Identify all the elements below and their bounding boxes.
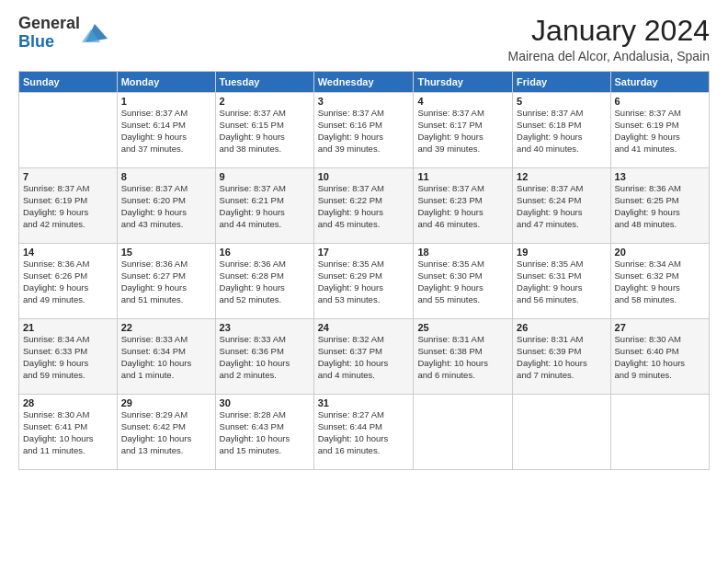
calendar-cell: 5Sunrise: 8:37 AMSunset: 6:18 PMDaylight… (513, 93, 610, 168)
calendar-cell: 18Sunrise: 8:35 AMSunset: 6:30 PMDayligh… (414, 244, 513, 319)
day-number: 27 (615, 322, 705, 333)
subtitle: Mairena del Alcor, Andalusia, Spain (508, 49, 710, 63)
day-info: Sunrise: 8:37 AMSunset: 6:23 PMDaylight:… (417, 183, 508, 230)
calendar-cell: 28Sunrise: 8:30 AMSunset: 6:41 PMDayligh… (19, 395, 118, 470)
day-number: 1 (121, 96, 211, 107)
col-header-monday: Monday (117, 72, 215, 93)
day-info: Sunrise: 8:28 AMSunset: 6:43 PMDaylight:… (220, 409, 310, 456)
day-number: 26 (517, 322, 606, 333)
day-info: Sunrise: 8:37 AMSunset: 6:17 PMDaylight:… (417, 108, 508, 155)
calendar-cell: 6Sunrise: 8:37 AMSunset: 6:19 PMDaylight… (610, 93, 709, 168)
day-info: Sunrise: 8:36 AMSunset: 6:26 PMDaylight:… (23, 259, 113, 305)
calendar-cell: 1Sunrise: 8:37 AMSunset: 6:14 PMDaylight… (117, 93, 215, 168)
calendar-cell: 29Sunrise: 8:29 AMSunset: 6:42 PMDayligh… (117, 395, 215, 470)
calendar-cell: 21Sunrise: 8:34 AMSunset: 6:33 PMDayligh… (19, 319, 118, 395)
page: General Blue January 2024 Mairena del Al… (0, 0, 728, 563)
calendar-cell: 15Sunrise: 8:36 AMSunset: 6:27 PMDayligh… (117, 244, 215, 319)
calendar-week-row: 7Sunrise: 8:37 AMSunset: 6:19 PMDaylight… (19, 168, 710, 244)
day-number: 22 (121, 322, 211, 333)
calendar-cell: 7Sunrise: 8:37 AMSunset: 6:19 PMDaylight… (19, 168, 118, 244)
day-number: 9 (220, 171, 310, 182)
day-number: 30 (220, 397, 310, 408)
calendar-cell: 31Sunrise: 8:27 AMSunset: 6:44 PMDayligh… (313, 395, 414, 470)
day-number: 18 (417, 247, 508, 258)
day-info: Sunrise: 8:37 AMSunset: 6:18 PMDaylight:… (517, 108, 606, 155)
day-info: Sunrise: 8:35 AMSunset: 6:31 PMDaylight:… (517, 259, 606, 305)
day-info: Sunrise: 8:33 AMSunset: 6:34 PMDaylight:… (121, 334, 211, 381)
calendar-cell: 12Sunrise: 8:37 AMSunset: 6:24 PMDayligh… (513, 168, 610, 244)
day-info: Sunrise: 8:27 AMSunset: 6:44 PMDaylight:… (318, 409, 410, 456)
day-info: Sunrise: 8:36 AMSunset: 6:25 PMDaylight:… (615, 183, 705, 230)
col-header-saturday: Saturday (610, 72, 709, 93)
day-info: Sunrise: 8:37 AMSunset: 6:19 PMDaylight:… (23, 183, 113, 230)
day-number: 25 (417, 322, 508, 333)
calendar-cell: 26Sunrise: 8:31 AMSunset: 6:39 PMDayligh… (513, 319, 610, 395)
logo-icon (82, 20, 108, 46)
calendar-cell: 27Sunrise: 8:30 AMSunset: 6:40 PMDayligh… (610, 319, 709, 395)
calendar-cell (610, 395, 709, 470)
day-info: Sunrise: 8:33 AMSunset: 6:36 PMDaylight:… (220, 334, 310, 381)
logo: General Blue (18, 15, 108, 52)
calendar-cell: 14Sunrise: 8:36 AMSunset: 6:26 PMDayligh… (19, 244, 118, 319)
day-number: 23 (220, 322, 310, 333)
day-info: Sunrise: 8:35 AMSunset: 6:29 PMDaylight:… (318, 259, 410, 305)
day-info: Sunrise: 8:30 AMSunset: 6:40 PMDaylight:… (615, 334, 705, 381)
logo-blue-text: Blue (18, 32, 54, 51)
calendar-week-row: 14Sunrise: 8:36 AMSunset: 6:26 PMDayligh… (19, 244, 710, 319)
day-number: 15 (121, 247, 211, 258)
day-number: 14 (23, 247, 113, 258)
calendar-cell: 8Sunrise: 8:37 AMSunset: 6:20 PMDaylight… (117, 168, 215, 244)
day-info: Sunrise: 8:34 AMSunset: 6:32 PMDaylight:… (615, 259, 705, 305)
day-info: Sunrise: 8:30 AMSunset: 6:41 PMDaylight:… (23, 409, 113, 456)
day-info: Sunrise: 8:37 AMSunset: 6:15 PMDaylight:… (220, 108, 310, 155)
day-info: Sunrise: 8:37 AMSunset: 6:19 PMDaylight:… (615, 108, 705, 155)
calendar-cell (19, 93, 118, 168)
day-number: 16 (220, 247, 310, 258)
main-title: January 2024 (508, 15, 710, 47)
day-info: Sunrise: 8:31 AMSunset: 6:39 PMDaylight:… (517, 334, 606, 381)
day-number: 4 (417, 96, 508, 107)
day-number: 8 (121, 171, 211, 182)
day-number: 31 (318, 397, 410, 408)
day-number: 3 (318, 96, 410, 107)
calendar-cell: 25Sunrise: 8:31 AMSunset: 6:38 PMDayligh… (414, 319, 513, 395)
title-block: January 2024 Mairena del Alcor, Andalusi… (508, 15, 710, 63)
col-header-wednesday: Wednesday (313, 72, 414, 93)
calendar-cell: 9Sunrise: 8:37 AMSunset: 6:21 PMDaylight… (215, 168, 313, 244)
calendar-cell: 20Sunrise: 8:34 AMSunset: 6:32 PMDayligh… (610, 244, 709, 319)
day-number: 7 (23, 171, 113, 182)
calendar-cell (513, 395, 610, 470)
day-info: Sunrise: 8:32 AMSunset: 6:37 PMDaylight:… (318, 334, 410, 381)
day-number: 17 (318, 247, 410, 258)
calendar-cell: 30Sunrise: 8:28 AMSunset: 6:43 PMDayligh… (215, 395, 313, 470)
day-info: Sunrise: 8:37 AMSunset: 6:24 PMDaylight:… (517, 183, 606, 230)
day-info: Sunrise: 8:35 AMSunset: 6:30 PMDaylight:… (417, 259, 508, 305)
calendar-cell: 22Sunrise: 8:33 AMSunset: 6:34 PMDayligh… (117, 319, 215, 395)
day-number: 21 (23, 322, 113, 333)
header: General Blue January 2024 Mairena del Al… (18, 15, 710, 63)
col-header-friday: Friday (513, 72, 610, 93)
calendar-cell: 17Sunrise: 8:35 AMSunset: 6:29 PMDayligh… (313, 244, 414, 319)
calendar-cell: 4Sunrise: 8:37 AMSunset: 6:17 PMDaylight… (414, 93, 513, 168)
calendar-cell: 10Sunrise: 8:37 AMSunset: 6:22 PMDayligh… (313, 168, 414, 244)
day-number: 11 (417, 171, 508, 182)
col-header-tuesday: Tuesday (215, 72, 313, 93)
calendar-cell: 11Sunrise: 8:37 AMSunset: 6:23 PMDayligh… (414, 168, 513, 244)
day-number: 28 (23, 397, 113, 408)
day-info: Sunrise: 8:37 AMSunset: 6:20 PMDaylight:… (121, 183, 211, 230)
calendar-table: SundayMondayTuesdayWednesdayThursdayFrid… (18, 71, 710, 470)
calendar-cell: 16Sunrise: 8:36 AMSunset: 6:28 PMDayligh… (215, 244, 313, 319)
calendar-cell: 3Sunrise: 8:37 AMSunset: 6:16 PMDaylight… (313, 93, 414, 168)
day-info: Sunrise: 8:37 AMSunset: 6:22 PMDaylight:… (318, 183, 410, 230)
day-number: 6 (615, 96, 705, 107)
day-info: Sunrise: 8:37 AMSunset: 6:21 PMDaylight:… (220, 183, 310, 230)
col-header-sunday: Sunday (19, 72, 118, 93)
day-number: 24 (318, 322, 410, 333)
day-number: 20 (615, 247, 705, 258)
calendar-week-row: 1Sunrise: 8:37 AMSunset: 6:14 PMDaylight… (19, 93, 710, 168)
day-number: 12 (517, 171, 606, 182)
calendar-cell (414, 395, 513, 470)
calendar-week-row: 28Sunrise: 8:30 AMSunset: 6:41 PMDayligh… (19, 395, 710, 470)
day-number: 29 (121, 397, 211, 408)
logo-general-text: General (18, 14, 80, 32)
